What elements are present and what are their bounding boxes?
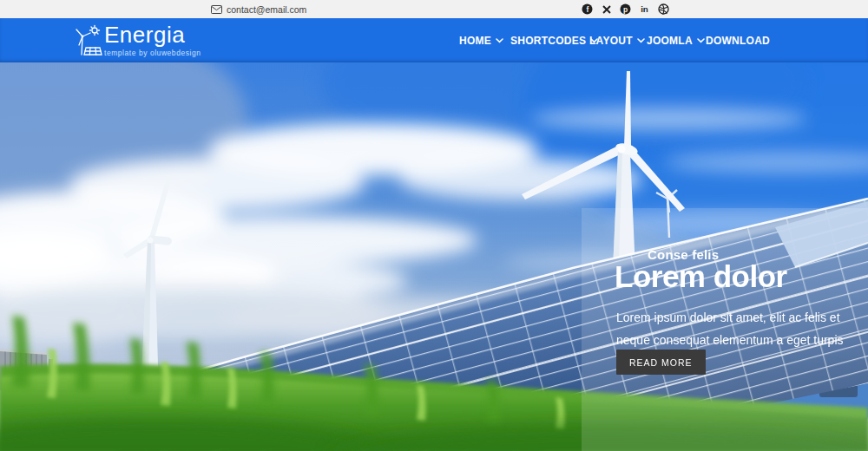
hero-title: Lorem dolor xyxy=(615,260,787,294)
page: contact@email.com f p xyxy=(0,0,868,451)
hero-slider: Conse felis Lorem dolor Lorem ipsum dolo… xyxy=(0,62,868,451)
x-twitter-icon[interactable] xyxy=(601,3,612,15)
brand-tagline: template by oluwebdesign xyxy=(104,49,201,57)
chevron-down-icon xyxy=(697,38,705,43)
menu-item-joomla[interactable]: JOOMLA xyxy=(647,18,705,62)
menu-item-label: SHORTCODES xyxy=(510,35,586,47)
menu-item-layout[interactable]: LAYOUT xyxy=(589,18,645,62)
menu-item-label: DOWNLOAD xyxy=(706,35,770,47)
chevron-down-icon xyxy=(496,38,503,43)
envelope-icon xyxy=(211,5,222,14)
hero-paragraph: Lorem ipsum dolor sit amet, elit ac feli… xyxy=(616,306,844,351)
topbar: contact@email.com f p xyxy=(0,0,868,18)
contact-email-link[interactable]: contact@email.com xyxy=(211,0,306,18)
menu-item-shortcodes[interactable]: SHORTCODES xyxy=(510,18,598,62)
svg-text:p: p xyxy=(623,5,628,14)
menu-item-label: JOOMLA xyxy=(647,35,693,47)
svg-text:in: in xyxy=(641,4,648,14)
read-more-button[interactable]: READ MORE xyxy=(616,350,706,375)
pinterest-icon[interactable]: p xyxy=(620,3,631,15)
social-links: f p in xyxy=(582,0,669,18)
menu-item-home[interactable]: HOME xyxy=(459,18,503,62)
dribbble-icon[interactable] xyxy=(658,3,669,15)
brand-name: Energia xyxy=(104,23,201,48)
facebook-icon[interactable]: f xyxy=(582,3,593,15)
menu-item-download[interactable]: DOWNLOAD xyxy=(706,18,770,62)
svg-text:f: f xyxy=(586,5,589,14)
linkedin-icon[interactable]: in xyxy=(639,3,650,15)
menu-item-label: HOME xyxy=(459,35,491,47)
contact-email-text: contact@email.com xyxy=(227,4,306,15)
navbar: Energia template by oluwebdesign HOME SH… xyxy=(0,18,868,62)
energy-logo-icon xyxy=(73,23,102,59)
hero-paragraph-line: neque consequat elementum a eget turpis xyxy=(616,329,844,351)
chevron-down-icon xyxy=(637,38,645,43)
hero-paragraph-line: Lorem ipsum dolor sit amet, elit ac feli… xyxy=(616,306,844,329)
brand-logo[interactable]: Energia template by oluwebdesign xyxy=(73,23,201,59)
menu-item-label: LAYOUT xyxy=(589,35,633,47)
